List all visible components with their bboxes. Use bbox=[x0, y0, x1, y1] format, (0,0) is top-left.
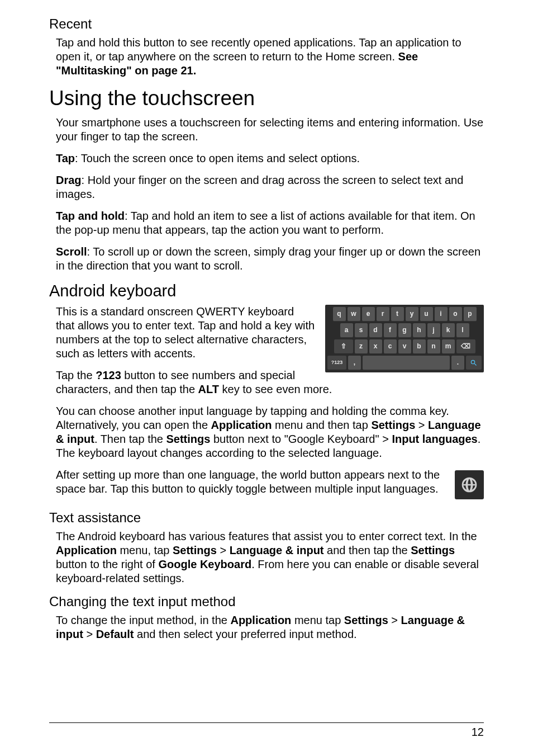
keyboard-numbers: Tap the ?123 button to see numbers and s… bbox=[56, 368, 484, 396]
ci-t4: and then select your preferred input met… bbox=[134, 628, 356, 640]
kb-p2-b2: ALT bbox=[198, 383, 219, 395]
key-c[interactable]: c bbox=[384, 339, 397, 354]
text-assistance-body: The Android keyboard has various feature… bbox=[56, 530, 484, 585]
drag-label: Drag bbox=[56, 174, 82, 186]
key-j[interactable]: j bbox=[427, 323, 440, 338]
taphold-paragraph: Tap and hold: Tap and hold an item to se… bbox=[56, 209, 484, 237]
tap-paragraph: Tap: Touch the screen once to open items… bbox=[56, 152, 484, 166]
key-comma[interactable]: , bbox=[348, 356, 361, 370]
keyboard-row-4: ?123 , . bbox=[327, 356, 482, 370]
key-f[interactable]: f bbox=[384, 323, 397, 338]
key-a[interactable]: a bbox=[340, 323, 353, 338]
ta-b4: Settings bbox=[411, 544, 455, 556]
ta-t3: and then tap the bbox=[324, 544, 411, 556]
key-search[interactable] bbox=[466, 356, 482, 370]
ta-b1: Application bbox=[56, 544, 117, 556]
using-touchscreen-heading: Using the touchscreen bbox=[49, 86, 484, 111]
kb-p2-post: key to see even more. bbox=[219, 383, 332, 395]
ci-t3: > bbox=[83, 628, 96, 640]
key-w[interactable]: w bbox=[348, 307, 360, 322]
key-m[interactable]: m bbox=[442, 339, 455, 354]
ta-b2: Settings bbox=[173, 544, 217, 556]
key-shift[interactable]: ⇧ bbox=[334, 339, 353, 354]
kb-p2-b1: ?123 bbox=[96, 369, 121, 381]
drag-body: : Hold your finger on the screen and dra… bbox=[56, 174, 463, 200]
tap-label: Tap bbox=[56, 152, 75, 164]
key-r[interactable]: r bbox=[377, 307, 389, 322]
page-footer: 12 bbox=[49, 722, 484, 739]
ci-t1: menu tap bbox=[291, 614, 344, 626]
ci-b2: Settings bbox=[344, 614, 388, 626]
search-icon bbox=[470, 359, 478, 367]
key-z[interactable]: z bbox=[355, 339, 368, 354]
key-e[interactable]: e bbox=[362, 307, 375, 322]
kb-p3-b5: Input languages bbox=[392, 433, 477, 445]
keyboard-language-switch: You can choose another input language by… bbox=[56, 404, 484, 460]
scroll-body: : To scroll up or down the screen, simpl… bbox=[56, 245, 480, 272]
key-k[interactable]: k bbox=[442, 323, 455, 338]
key-d[interactable]: d bbox=[369, 323, 382, 338]
key-t[interactable]: t bbox=[391, 307, 404, 322]
key-h[interactable]: h bbox=[413, 323, 426, 338]
keyboard-world-button: After setting up more than one language,… bbox=[56, 468, 484, 496]
drag-paragraph: Drag: Hold your finger on the screen and… bbox=[56, 173, 484, 201]
ci-t2: > bbox=[388, 614, 401, 626]
key-period[interactable]: . bbox=[451, 356, 464, 370]
key-y[interactable]: y bbox=[406, 307, 418, 322]
page-number: 12 bbox=[49, 725, 484, 739]
ta-t2: > bbox=[217, 544, 230, 556]
kb-p2-pre: Tap the bbox=[56, 369, 96, 381]
key-i[interactable]: i bbox=[435, 307, 448, 322]
ci-b1: Application bbox=[230, 614, 291, 626]
key-n[interactable]: n bbox=[427, 339, 440, 354]
keyboard-illustration: q w e r t y u i o p a s d f g h j k l bbox=[325, 305, 484, 372]
taphold-label: Tap and hold bbox=[56, 210, 125, 222]
changing-input-heading: Changing the text input method bbox=[49, 593, 484, 610]
ta-t4: button to the right of bbox=[56, 558, 158, 570]
key-g[interactable]: g bbox=[398, 323, 411, 338]
footer-rule bbox=[49, 722, 484, 723]
world-button-illustration bbox=[455, 470, 484, 499]
key-backspace[interactable]: ⌫ bbox=[456, 339, 475, 354]
scroll-paragraph: Scroll: To scroll up or down the screen,… bbox=[56, 245, 484, 273]
key-u[interactable]: u bbox=[420, 307, 433, 322]
key-space[interactable] bbox=[363, 356, 450, 370]
keyboard-row-3: ⇧ z x c v b n m ⌫ bbox=[327, 339, 482, 354]
kb-p3-t1: menu and then tap bbox=[272, 419, 371, 431]
key-x[interactable]: x bbox=[369, 339, 382, 354]
recent-heading: Recent bbox=[49, 16, 484, 32]
scroll-label: Scroll bbox=[56, 245, 87, 258]
kb-p3-t3: . Then tap the bbox=[94, 433, 166, 445]
key-o[interactable]: o bbox=[449, 307, 462, 322]
key-v[interactable]: v bbox=[398, 339, 411, 354]
keyboard-row-1: q w e r t y u i o p bbox=[327, 307, 482, 322]
kb-p3-t2: > bbox=[415, 419, 428, 431]
key-p[interactable]: p bbox=[464, 307, 477, 322]
kb-p3-t4: button next to "Google Keyboard" > bbox=[210, 433, 392, 445]
key-q[interactable]: q bbox=[333, 307, 346, 322]
tap-body: : Touch the screen once to open items an… bbox=[75, 152, 360, 164]
text-assistance-heading: Text assistance bbox=[49, 509, 484, 526]
key-s[interactable]: s bbox=[355, 323, 368, 338]
kb-p3-b2: Settings bbox=[371, 419, 415, 431]
key-numbers[interactable]: ?123 bbox=[327, 356, 346, 370]
recent-body: Tap and hold this button to see recently… bbox=[56, 36, 484, 78]
ta-pre: The Android keyboard has various feature… bbox=[56, 530, 477, 542]
ta-b3: Language & input bbox=[230, 544, 324, 556]
changing-input-body: To change the input method, in the Appli… bbox=[56, 613, 484, 641]
ta-b5: Google Keyboard bbox=[158, 558, 251, 570]
kb-p3-b4: Settings bbox=[166, 433, 211, 445]
globe-icon bbox=[460, 476, 478, 494]
ta-t1: menu, tap bbox=[117, 544, 173, 556]
key-l[interactable]: l bbox=[456, 323, 469, 338]
ci-pre: To change the input method, in the bbox=[56, 614, 230, 626]
keyboard-row-2: a s d f g h j k l bbox=[327, 323, 482, 338]
kb-p3-b1: Application bbox=[211, 419, 272, 431]
key-b[interactable]: b bbox=[413, 339, 426, 354]
ci-b4: Default bbox=[96, 628, 134, 640]
touchscreen-intro: Your smartphone uses a touchscreen for s… bbox=[56, 116, 484, 144]
android-keyboard-heading: Android keyboard bbox=[49, 281, 484, 301]
